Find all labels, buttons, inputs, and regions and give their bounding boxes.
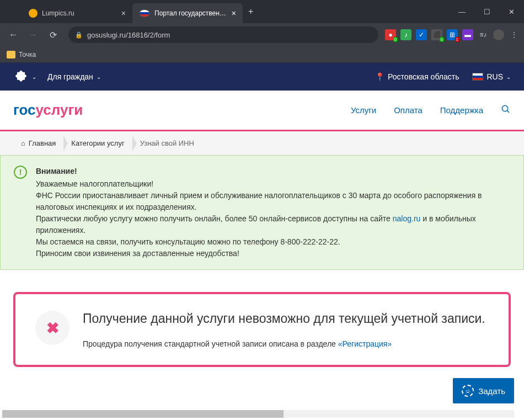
- minimize-button[interactable]: —: [450, 0, 474, 23]
- error-card: ✖ Получение данной услуги невозможно для…: [13, 292, 511, 367]
- window-titlebar: Lumpics.ru × Портал государственных услу…: [0, 0, 524, 23]
- alert-line: ФНС России приостанавливает личный прием…: [36, 190, 510, 213]
- home-icon: ⌂: [21, 139, 25, 147]
- favicon-gosuslugi: [139, 9, 150, 17]
- extension-icons: ●0 ♪ ✓ ⬛0 ⊞1 ▬ ≡♪ ⋮: [385, 29, 520, 40]
- lock-icon: 🔒: [75, 31, 83, 39]
- tab-gosuslugi[interactable]: Портал государственных услуг I ×: [132, 3, 243, 23]
- language-selector[interactable]: RUS ⌄: [472, 72, 511, 81]
- scrollbar-thumb[interactable]: [2, 410, 284, 418]
- window-controls: — ☐ ✕: [450, 0, 524, 23]
- menu-icon[interactable]: ⋮: [509, 29, 520, 40]
- svg-point-0: [502, 105, 508, 111]
- page-scrollable[interactable]: ⌄ Для граждан ⌄ 📍 Ростовская область RUS…: [0, 63, 524, 420]
- tab-title: Портал государственных услуг I: [154, 9, 227, 17]
- audience-selector[interactable]: Для граждан ⌄: [47, 72, 101, 81]
- chevron-down-icon: ⌄: [97, 74, 101, 80]
- reload-button[interactable]: ⟳: [44, 26, 62, 44]
- extension-icon[interactable]: ●0: [385, 29, 396, 40]
- logo-uslugi: услуги: [36, 102, 83, 118]
- breadcrumb-current: Узнай свой ИНН: [132, 139, 202, 147]
- tab-lumpics[interactable]: Lumpics.ru ×: [22, 3, 132, 23]
- flag-icon: [472, 73, 483, 81]
- alert-line: Практически любую услугу можно получить …: [36, 213, 510, 236]
- alert-line: Мы остаемся на связи, получить консульта…: [36, 236, 510, 248]
- region-label: Ростовская область: [388, 72, 459, 81]
- breadcrumb-label: Категории услуг: [71, 139, 124, 147]
- close-icon[interactable]: ×: [232, 9, 236, 18]
- header-nav: Услуги Оплата Поддержка: [351, 104, 511, 116]
- close-icon[interactable]: ×: [121, 9, 126, 18]
- maximize-button[interactable]: ☐: [474, 0, 499, 23]
- nav-payment[interactable]: Оплата: [394, 105, 423, 115]
- url-text: gosuslugi.ru/16816/2/form: [87, 31, 170, 39]
- site-header: госуслуги Услуги Оплата Поддержка: [0, 91, 524, 131]
- profile-avatar[interactable]: [493, 29, 504, 40]
- logo-gos: гос: [13, 102, 36, 118]
- nav-services[interactable]: Услуги: [351, 105, 376, 115]
- page-content: ⌄ Для граждан ⌄ 📍 Ростовская область RUS…: [0, 63, 524, 420]
- alert-title: Внимание!: [36, 166, 510, 177]
- extension-icon[interactable]: ⬛0: [431, 29, 442, 40]
- error-body: Получение данной услуги невозможно для т…: [83, 311, 489, 348]
- horizontal-scrollbar[interactable]: [2, 410, 514, 418]
- ask-label: Задать: [478, 386, 505, 396]
- reading-list-icon[interactable]: ≡♪: [478, 29, 489, 40]
- registration-link[interactable]: «Регистрация»: [338, 339, 392, 348]
- address-bar[interactable]: 🔒 gosuslugi.ru/16816/2/form: [68, 26, 378, 43]
- notice-alert: ! Внимание! Уважаемые налогоплательщики!…: [0, 155, 524, 270]
- tab-title: Lumpics.ru: [42, 9, 117, 17]
- emblem-menu[interactable]: ⌄: [13, 69, 36, 84]
- chat-icon: ☺: [462, 385, 474, 397]
- region-selector[interactable]: 📍 Ростовская область: [375, 72, 459, 81]
- extension-icon[interactable]: ✓: [416, 29, 427, 40]
- info-icon: !: [14, 166, 27, 179]
- chevron-down-icon: ⌄: [32, 74, 36, 80]
- svg-line-1: [507, 110, 509, 113]
- breadcrumb: ⌂ Главная Категории услуг Узнай свой ИНН: [0, 131, 524, 155]
- error-title: Получение данной услуги невозможно для т…: [83, 311, 489, 327]
- favicon-lumpics: [29, 9, 38, 18]
- chevron-down-icon: ⌄: [506, 74, 511, 80]
- breadcrumb-label: Главная: [29, 139, 56, 147]
- x-icon: ✖: [46, 319, 59, 337]
- folder-icon: [7, 51, 15, 59]
- search-icon[interactable]: [501, 104, 511, 116]
- error-icon-circle: ✖: [35, 311, 69, 345]
- nalog-link[interactable]: nalog.ru: [393, 214, 421, 223]
- ask-question-button[interactable]: ☺ Задать: [453, 378, 514, 403]
- breadcrumb-categories[interactable]: Категории услуг: [63, 139, 132, 147]
- forward-button[interactable]: →: [24, 26, 42, 44]
- bookmarks-bar: Точка: [0, 46, 524, 63]
- extension-icon[interactable]: ♪: [400, 29, 411, 40]
- extension-icon[interactable]: ▬: [462, 29, 473, 40]
- bookmark-label: Точка: [19, 51, 36, 59]
- alert-content: Внимание! Уважаемые налогоплательщики! Ф…: [36, 166, 510, 259]
- site-topnav: ⌄ Для граждан ⌄ 📍 Ростовская область RUS…: [0, 63, 524, 91]
- alert-line: Приносим свои извинения за доставленные …: [36, 248, 510, 259]
- back-button[interactable]: ←: [4, 26, 22, 44]
- error-text: Процедура получения стандартной учетной …: [83, 339, 489, 348]
- breadcrumb-home[interactable]: ⌂ Главная: [13, 139, 63, 147]
- audience-label: Для граждан: [47, 72, 93, 81]
- browser-toolbar: ← → ⟳ 🔒 gosuslugi.ru/16816/2/form ●0 ♪ ✓…: [0, 23, 524, 46]
- browser-tabs: Lumpics.ru × Портал государственных услу…: [0, 0, 259, 23]
- alert-line: Уважаемые налогоплательщики!: [36, 178, 510, 190]
- bookmark-tochka[interactable]: Точка: [7, 51, 36, 59]
- breadcrumb-label: Узнай свой ИНН: [140, 139, 194, 147]
- emblem-icon: [13, 69, 29, 84]
- pin-icon: 📍: [375, 72, 384, 81]
- close-button[interactable]: ✕: [499, 0, 524, 23]
- lang-label: RUS: [486, 72, 503, 81]
- new-tab-button[interactable]: +: [243, 7, 259, 17]
- nav-support[interactable]: Поддержка: [440, 105, 483, 115]
- logo[interactable]: госуслуги: [13, 102, 83, 119]
- extension-icon[interactable]: ⊞1: [447, 29, 458, 40]
